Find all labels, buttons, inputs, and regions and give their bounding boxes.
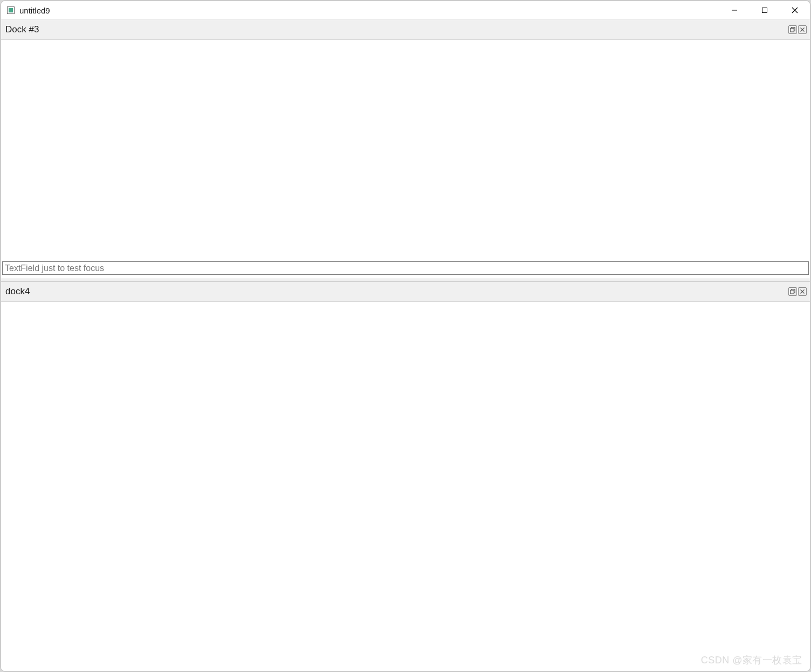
window-controls (719, 1, 810, 19)
svg-rect-11 (791, 290, 794, 294)
minimize-button[interactable] (719, 1, 750, 19)
dock-body-bottom (1, 302, 810, 671)
dock-panel-bottom: dock4 (1, 281, 810, 671)
dock-controls-bottom (788, 287, 807, 296)
test-focus-textfield[interactable] (2, 261, 809, 275)
content-area: Dock #3 (1, 20, 810, 671)
empty-area (1, 40, 810, 261)
maximize-button[interactable] (750, 1, 780, 19)
application-window: untitled9 Dock #3 (1, 1, 810, 671)
dock-header-bottom[interactable]: dock4 (1, 282, 810, 302)
svg-rect-3 (762, 8, 767, 13)
dock-header-top[interactable]: Dock #3 (1, 20, 810, 40)
close-button[interactable] (780, 1, 810, 19)
dock-float-button[interactable] (788, 25, 797, 34)
svg-rect-7 (791, 29, 794, 32)
dock-title-bottom: dock4 (5, 286, 788, 297)
window-title: untitled9 (19, 6, 719, 15)
dock-panel-top: Dock #3 (1, 20, 810, 279)
dock-controls-top (788, 25, 807, 34)
dock-title-top: Dock #3 (5, 24, 788, 35)
minimize-icon (731, 7, 738, 13)
close-x-icon (800, 289, 805, 294)
dock-close-button[interactable] (798, 25, 807, 34)
svg-rect-1 (9, 8, 13, 12)
dock-body-top (1, 40, 810, 279)
float-icon (790, 27, 795, 32)
window-titlebar[interactable]: untitled9 (1, 1, 810, 20)
dock-close-button[interactable] (798, 287, 807, 296)
app-icon (6, 6, 15, 15)
float-icon (790, 289, 795, 294)
close-x-icon (800, 27, 805, 32)
close-icon (792, 7, 798, 13)
dock-float-button[interactable] (788, 287, 797, 296)
maximize-icon (761, 7, 768, 13)
